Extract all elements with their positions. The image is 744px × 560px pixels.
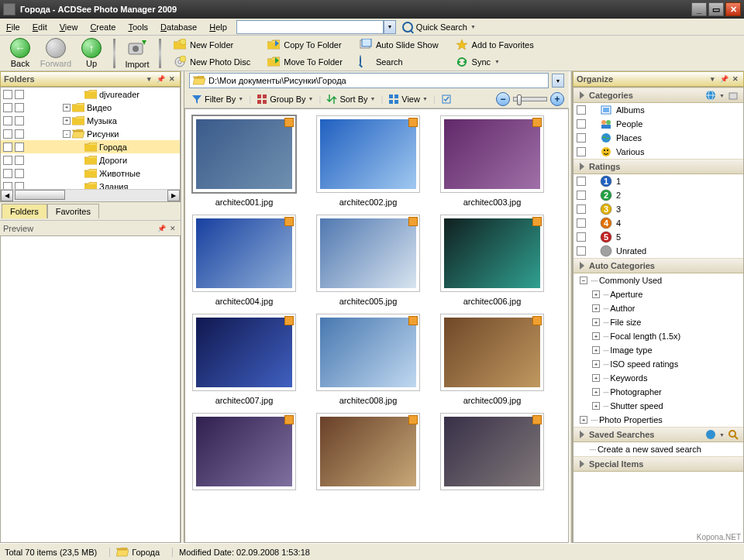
move-to-folder-button[interactable]: Move To Folder xyxy=(267,55,343,69)
tree-item[interactable]: -Рисунки xyxy=(1,127,180,140)
organize-menu-icon[interactable]: ▾ xyxy=(708,74,717,84)
auto-category-item[interactable]: +····File size xyxy=(574,315,743,329)
zoom-out-button[interactable]: − xyxy=(496,92,510,106)
tree-item[interactable]: Здания xyxy=(1,180,180,189)
auto-root[interactable]: −····· Commonly Used xyxy=(574,273,743,287)
new-folder-button[interactable]: New Folder xyxy=(174,38,250,52)
zoom-in-button[interactable]: + xyxy=(550,92,564,106)
menu-file[interactable]: File xyxy=(0,21,26,33)
auto-category-item[interactable]: +····Focal length (1.5x) xyxy=(574,329,743,343)
menu-help[interactable]: Help xyxy=(203,21,233,33)
auto-slide-show-button[interactable]: Auto Slide Show xyxy=(360,38,439,52)
menu-database[interactable]: Database xyxy=(154,21,203,33)
group-by-button[interactable]: Group By▼ xyxy=(254,93,315,105)
tree-item[interactable]: Дороги xyxy=(1,153,180,167)
menu-create[interactable]: Create xyxy=(84,21,122,33)
auto-category-item[interactable]: +····Aperture xyxy=(574,287,743,301)
menu-tools[interactable]: Tools xyxy=(122,21,154,33)
minimize-button[interactable]: _ xyxy=(691,2,707,16)
auto-category-item[interactable]: +····Photographer xyxy=(574,385,743,399)
quick-search-button[interactable]: Quick Search ▼ xyxy=(402,22,476,33)
category-item[interactable]: Albums xyxy=(574,103,743,117)
thumbnail[interactable] xyxy=(314,413,422,495)
thumbnail[interactable]: architec006.jpg xyxy=(438,215,546,306)
new-folder-icon xyxy=(174,39,186,51)
close-button[interactable]: ✕ xyxy=(725,2,741,16)
folders-pin-icon[interactable]: 📌 xyxy=(156,74,165,84)
tree-item[interactable]: Города xyxy=(1,140,180,153)
path-input[interactable]: D:\Мои документы\Рисунки\Города xyxy=(189,73,549,88)
menu-edit[interactable]: Edit xyxy=(26,21,53,33)
new-category-icon[interactable] xyxy=(728,90,739,101)
special-items-header[interactable]: Special Items xyxy=(574,456,743,472)
auto-category-item[interactable]: +····Keywords xyxy=(574,371,743,385)
auto-category-item[interactable]: +····Shutter speed xyxy=(574,399,743,413)
tree-item[interactable]: +Музыка xyxy=(1,114,180,127)
globe-icon[interactable] xyxy=(705,90,716,101)
organize-close-icon[interactable]: ✕ xyxy=(731,74,740,84)
auto-categories-header[interactable]: Auto Categories xyxy=(574,258,743,273)
back-button[interactable]: ← Back xyxy=(3,38,37,68)
auto-extra[interactable]: +····· Photo Properties xyxy=(574,413,743,427)
thumbnail[interactable]: architec008.jpg xyxy=(314,314,422,405)
auto-category-item[interactable]: +····Author xyxy=(574,301,743,315)
view-button[interactable]: View▼ xyxy=(386,93,430,105)
search-button[interactable]: Search xyxy=(360,55,439,69)
categories-header[interactable]: Categories ▼ xyxy=(574,88,743,103)
tree-item[interactable]: djvureader xyxy=(1,88,180,101)
menu-search-dropdown[interactable]: ▼ xyxy=(384,20,396,34)
category-item[interactable]: Places xyxy=(574,131,743,145)
preview-close-icon[interactable]: ✕ xyxy=(168,224,177,233)
main-panes: Folders ▾ 📌 ✕ djvureader+Видео+Музыка-Ри… xyxy=(0,71,744,543)
add-to-favorites-button[interactable]: Add to Favorites xyxy=(456,38,534,52)
thumbnail[interactable] xyxy=(190,413,298,495)
rating-item[interactable]: 44 xyxy=(574,216,743,230)
select-button[interactable] xyxy=(439,93,454,105)
folders-menu-icon[interactable]: ▾ xyxy=(144,74,153,84)
preview-pin-icon[interactable]: 📌 xyxy=(157,224,166,233)
thumbnail[interactable]: architec001.jpg xyxy=(190,115,298,207)
rating-item[interactable]: Unrated xyxy=(574,244,743,258)
rating-item[interactable]: 33 xyxy=(574,202,743,216)
folders-close-icon[interactable]: ✕ xyxy=(167,74,177,84)
thumbnail[interactable]: architec003.jpg xyxy=(438,115,546,207)
menu-view[interactable]: View xyxy=(53,21,84,33)
auto-category-item[interactable]: +····Image type xyxy=(574,343,743,357)
menu-search-input[interactable] xyxy=(236,20,384,34)
thumbnail-area[interactable]: architec001.jpgarchitec002.jpgarchitec00… xyxy=(184,108,569,543)
tree-item[interactable]: +Видео xyxy=(1,101,180,114)
thumbnail[interactable]: architec007.jpg xyxy=(190,314,298,405)
filter-by-button[interactable]: Filter By▼ xyxy=(189,93,246,105)
thumbnail[interactable]: architec002.jpg xyxy=(314,115,422,207)
thumbnail[interactable]: architec009.jpg xyxy=(438,314,546,405)
new-search-icon[interactable] xyxy=(728,429,739,440)
ratings-header[interactable]: Ratings xyxy=(574,159,743,174)
rating-item[interactable]: 11 xyxy=(574,174,743,188)
saved-searches-header[interactable]: Saved Searches ▼ xyxy=(574,427,743,442)
zoom-slider[interactable] xyxy=(513,97,547,101)
import-button[interactable]: Import xyxy=(120,37,154,69)
up-button[interactable]: ↑ Up xyxy=(74,38,108,68)
folders-tree[interactable]: djvureader+Видео+Музыка-РисункиГородаДор… xyxy=(0,87,181,202)
thumbnail[interactable]: architec005.jpg xyxy=(314,215,422,306)
thumbnail[interactable]: architec004.jpg xyxy=(190,215,298,306)
globe-icon[interactable] xyxy=(705,429,716,440)
sort-by-button[interactable]: Sort By▼ xyxy=(324,93,377,105)
sync-button[interactable]: Sync ▼ xyxy=(456,55,534,69)
organize-pin-icon[interactable]: 📌 xyxy=(719,74,728,84)
new-photo-disc-button[interactable]: New Photo Disc xyxy=(174,55,250,69)
rating-item[interactable]: 55 xyxy=(574,230,743,244)
category-item[interactable]: Various xyxy=(574,145,743,159)
path-dropdown[interactable]: ▼ xyxy=(552,74,564,88)
copy-to-folder-button[interactable]: Copy To Folder xyxy=(267,38,343,52)
category-item[interactable]: People xyxy=(574,117,743,131)
auto-category-item[interactable]: +····ISO speed ratings xyxy=(574,357,743,371)
tab-favorites[interactable]: Favorites xyxy=(47,204,99,218)
create-saved-search[interactable]: ····· Create a new saved search xyxy=(574,442,743,456)
thumbnail[interactable] xyxy=(438,413,546,495)
tree-item[interactable]: Животные xyxy=(1,167,180,180)
tab-folders[interactable]: Folders xyxy=(2,204,47,218)
folders-hscrollbar[interactable]: ◀ ▶ xyxy=(1,189,180,201)
maximize-button[interactable]: ▭ xyxy=(708,2,724,16)
rating-item[interactable]: 22 xyxy=(574,188,743,202)
